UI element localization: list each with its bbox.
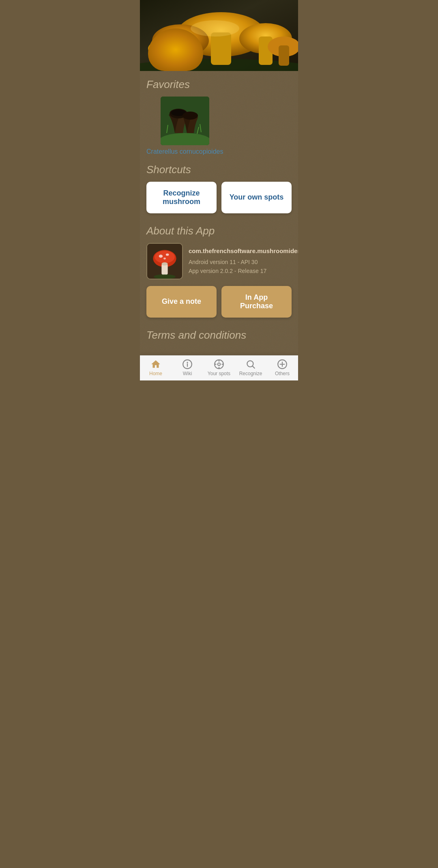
svg-point-12 [191, 20, 239, 37]
svg-point-35 [218, 363, 221, 366]
shortcuts-title: Shortcuts [146, 156, 292, 182]
nav-item-your-spots[interactable]: Your spots [203, 359, 235, 376]
home-icon [150, 359, 161, 370]
in-app-purchase-button[interactable]: In App Purchase [221, 286, 292, 318]
app-info: com.thefrenchsoftware.mushroomident Andr… [189, 247, 298, 276]
bottom-navigation: Home Wiki Your spots Recognize [140, 355, 298, 380]
search-icon [245, 359, 256, 370]
svg-rect-9 [279, 45, 289, 66]
svg-point-24 [155, 251, 175, 263]
shortcuts-section: Shortcuts Recognize mushroom Your own sp… [146, 156, 292, 213]
about-title: About this App [146, 217, 292, 243]
favorites-item[interactable]: Craterellus cornucopioides [146, 97, 223, 156]
nav-item-recognize[interactable]: Recognize [235, 359, 266, 376]
terms-section: Terms and conditions [146, 322, 292, 347]
android-version: Android version 11 - API 30 [189, 258, 298, 266]
svg-point-13 [163, 30, 194, 41]
svg-point-26 [166, 254, 169, 256]
give-note-button[interactable]: Give a note [146, 286, 217, 318]
hero-banner [140, 0, 298, 71]
app-package-name: com.thefrenchsoftware.mushroomident [189, 247, 298, 255]
svg-point-18 [182, 112, 198, 120]
nav-label-home: Home [149, 371, 162, 376]
nav-label-others: Others [275, 371, 290, 376]
location-icon [214, 359, 224, 370]
svg-point-29 [161, 262, 167, 266]
svg-rect-3 [211, 32, 231, 65]
nav-label-recognize: Recognize [239, 371, 262, 376]
main-content: Favorites [140, 71, 298, 355]
about-buttons-row: Give a note In App Purchase [146, 286, 292, 318]
favorites-thumbnail [161, 97, 209, 145]
about-app-row: com.thefrenchsoftware.mushroomident Andr… [146, 243, 292, 279]
app-version: App version 2.0.2 - Release 17 [189, 266, 298, 275]
svg-point-25 [159, 255, 163, 258]
favorites-section: Favorites [146, 71, 292, 156]
about-section: About this App [146, 217, 292, 318]
nav-item-home[interactable]: Home [140, 359, 172, 376]
svg-line-41 [253, 366, 255, 368]
favorites-title: Favorites [146, 71, 292, 97]
svg-rect-28 [161, 264, 167, 275]
plus-circle-icon [277, 359, 288, 370]
svg-point-27 [163, 258, 166, 260]
shortcuts-row: Recognize mushroom Your own spots [146, 182, 292, 213]
app-icon [146, 243, 183, 279]
nav-item-wiki[interactable]: Wiki [172, 359, 203, 376]
nav-label-wiki: Wiki [183, 371, 192, 376]
favorites-item-name: Craterellus cornucopioides [146, 148, 223, 156]
recognize-mushroom-button[interactable]: Recognize mushroom [146, 182, 217, 213]
svg-rect-11 [158, 47, 167, 66]
your-own-spots-button[interactable]: Your own spots [221, 182, 292, 213]
svg-point-10 [148, 41, 176, 57]
terms-title: Terms and conditions [146, 322, 292, 347]
info-icon [182, 359, 193, 370]
svg-rect-5 [173, 39, 188, 65]
nav-label-your-spots: Your spots [208, 371, 230, 376]
nav-item-others[interactable]: Others [266, 359, 298, 376]
